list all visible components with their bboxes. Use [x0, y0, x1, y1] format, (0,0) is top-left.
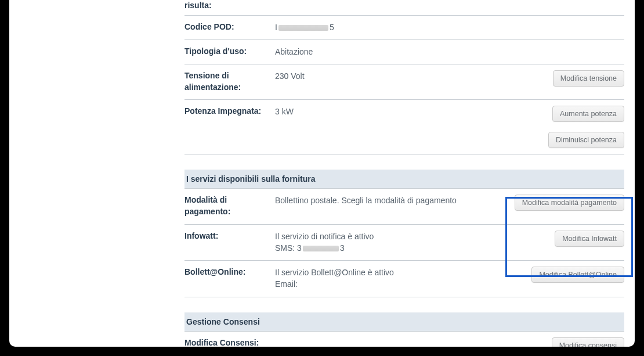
modifica-tensione-button[interactable]: Modifica tensione	[553, 70, 624, 87]
row-distributore-truncated: risulta:	[184, 0, 624, 16]
row-infowatt: Infowatt: Il servizio di notifica è atti…	[184, 225, 624, 261]
row-modifica-consensi: Modifica Consensi: Modifica consensi	[184, 332, 624, 347]
value-tipologia: Abitazione	[275, 46, 624, 57]
label-tipologia: Tipologia d'uso:	[184, 46, 275, 57]
section-header-consensi: Gestione Consensi	[184, 312, 624, 332]
label-infowatt: Infowatt:	[184, 231, 275, 242]
redacted-sms	[303, 246, 339, 251]
label-bollettonline: Bollett@Online:	[184, 267, 275, 278]
row-tensione: Tensione di alimentazione: 230 Volt Modi…	[184, 64, 624, 100]
label-modifica-consensi: Modifica Consensi:	[184, 337, 275, 347]
modifica-bollett-button[interactable]: Modifica Bollett@Online	[531, 267, 624, 283]
row-codice-pod: Codice POD: I5	[184, 16, 624, 40]
modifica-consensi-button[interactable]: Modifica consensi	[552, 337, 624, 347]
label-pagamento: Modalità di pagamento:	[184, 195, 275, 217]
diminuisci-potenza-button[interactable]: Diminuisci potenza	[548, 132, 624, 148]
value-potenza: 3 kW	[275, 106, 526, 117]
pod-suffix: 5	[330, 23, 334, 32]
row-potenza: Potenza Impegnata: 3 kW Aumenta potenza	[184, 100, 624, 128]
bollett-email: Email:	[275, 278, 521, 290]
infowatt-sms: SMS: 33	[275, 242, 521, 254]
modifica-infowatt-button[interactable]: Modifica Infowatt	[555, 231, 624, 247]
modifica-pagamento-button[interactable]: Modifica modalità pagamento	[515, 195, 624, 211]
row-bollettonline: Bollett@Online: Il servizio Bollett@Onli…	[184, 261, 624, 297]
value-infowatt: Il servizio di notifica è attivo SMS: 33	[275, 231, 526, 254]
bollett-status: Il servizio Bollett@Online è attivo	[275, 267, 521, 278]
redacted-pod	[278, 25, 328, 31]
value-codice-pod: I5	[275, 21, 624, 33]
label-tensione: Tensione di alimentazione:	[184, 70, 275, 93]
section-header-servizi: I servizi disponibili sulla fornitura	[184, 170, 624, 189]
row-diminuisci-potenza: Diminuisci potenza	[184, 132, 624, 154]
aumenta-potenza-button[interactable]: Aumenta potenza	[552, 106, 624, 122]
pod-prefix: I	[275, 23, 277, 32]
row-tipologia: Tipologia d'uso: Abitazione	[184, 40, 624, 64]
content-area: risulta: Codice POD: I5 Tipologia d'uso:…	[184, 0, 624, 347]
value-bollettonline: Il servizio Bollett@Online è attivo Emai…	[275, 267, 526, 290]
value-pagamento: Bollettino postale. Scegli la modalità d…	[275, 195, 515, 206]
label-codice-pod: Codice POD:	[184, 21, 275, 33]
card-panel: risulta: Codice POD: I5 Tipologia d'uso:…	[9, 0, 635, 347]
infowatt-status: Il servizio di notifica è attivo	[275, 231, 521, 242]
row-modalita-pagamento: Modalità di pagamento: Bollettino postal…	[184, 189, 624, 224]
value-tensione: 230 Volt	[275, 70, 526, 82]
label-potenza: Potenza Impegnata:	[184, 106, 275, 117]
label-risulta: risulta:	[184, 0, 275, 12]
